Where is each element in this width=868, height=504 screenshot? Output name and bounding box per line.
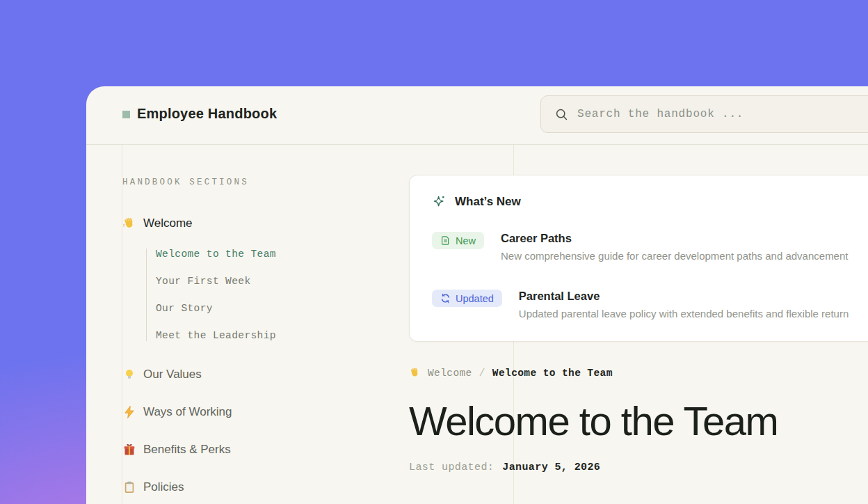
new-badge: New — [432, 232, 484, 249]
badge-label: Updated — [456, 293, 494, 304]
updated-badge: Updated — [432, 290, 502, 307]
entry-title: Parental Leave — [519, 290, 849, 303]
entry-title: Career Paths — [501, 232, 848, 245]
sidebar-item-our-values[interactable]: Our Values — [122, 368, 380, 381]
breadcrumb-separator: / — [479, 368, 485, 379]
wave-icon — [409, 367, 421, 379]
main-content: What’s New New Career Paths New — [409, 145, 868, 473]
bulb-icon — [122, 368, 136, 381]
sidebar-item-benefits-perks[interactable]: Benefits & Perks — [122, 443, 380, 457]
sidebar-item-policies[interactable]: Policies — [122, 480, 380, 494]
refresh-icon — [440, 293, 451, 304]
breadcrumb-parent[interactable]: Welcome — [428, 368, 472, 379]
sidebar: HANDBOOK SECTIONS — [122, 145, 380, 494]
clipboard-icon — [122, 480, 136, 494]
sidebar-item-label: Ways of Working — [143, 405, 232, 419]
wave-icon — [122, 216, 136, 230]
whats-new-entry-parental-leave[interactable]: Updated Parental Leave Updated parental … — [432, 290, 868, 320]
document-icon — [440, 235, 451, 246]
sidebar-item-ways-of-working[interactable]: Ways of Working — [122, 405, 380, 419]
sidebar-item-label: Welcome — [143, 216, 193, 230]
search-icon — [555, 108, 568, 121]
desktop-background: Employee Handbook HANDBOOK SECTIONS — [0, 0, 868, 504]
last-updated: Last updated: January 5, 2026 — [409, 462, 868, 473]
logo-square — [122, 111, 130, 118]
breadcrumb-current: Welcome to the Team — [492, 368, 613, 379]
entry-body: Parental Leave Updated parental leave po… — [519, 290, 849, 320]
sidebar-section-label: HANDBOOK SECTIONS — [122, 178, 380, 187]
whats-new-title: What’s New — [455, 195, 521, 209]
bolt-icon — [122, 405, 136, 419]
badge-label: New — [456, 235, 476, 246]
entry-description: New comprehensive guide for career devel… — [501, 250, 848, 262]
sidebar-item-label: Benefits & Perks — [143, 443, 231, 457]
entry-body: Career Paths New comprehensive guide for… — [501, 232, 848, 262]
sidebar-item-label: Policies — [143, 480, 184, 494]
handbook-window: Employee Handbook HANDBOOK SECTIONS — [86, 86, 868, 504]
entry-description: Updated parental leave policy with exten… — [519, 308, 849, 320]
whats-new-card: What’s New New Career Paths New — [409, 175, 868, 342]
search-input[interactable] — [577, 108, 868, 120]
app-header: Employee Handbook — [86, 86, 868, 145]
sidebar-subitem-meet-the-leadership[interactable]: Meet the Leadership — [156, 330, 380, 341]
sidebar-item-label: Our Values — [143, 368, 202, 381]
breadcrumb: Welcome / Welcome to the Team — [409, 367, 868, 379]
sidebar-subitem-our-story[interactable]: Our Story — [156, 303, 380, 314]
search-box[interactable] — [540, 95, 868, 133]
whats-new-entry-career-paths[interactable]: New Career Paths New comprehensive guide… — [432, 232, 868, 262]
page-title: Welcome to the Team — [409, 400, 868, 443]
last-updated-label: Last updated: — [409, 462, 494, 473]
sidebar-item-welcome[interactable]: Welcome — [122, 216, 380, 230]
last-updated-value: January 5, 2026 — [502, 462, 600, 473]
sidebar-subitem-welcome-to-the-team[interactable]: Welcome to the Team — [156, 249, 380, 260]
body-area: HANDBOOK SECTIONS — [86, 145, 868, 504]
sidebar-subnav-welcome: Welcome to the Team Your First Week Our … — [146, 249, 380, 341]
whats-new-header: What’s New — [432, 194, 868, 209]
gift-icon — [122, 443, 136, 457]
sidebar-subitem-your-first-week[interactable]: Your First Week — [156, 276, 380, 287]
sparkle-icon — [432, 194, 447, 209]
app-title: Employee Handbook — [137, 106, 277, 122]
